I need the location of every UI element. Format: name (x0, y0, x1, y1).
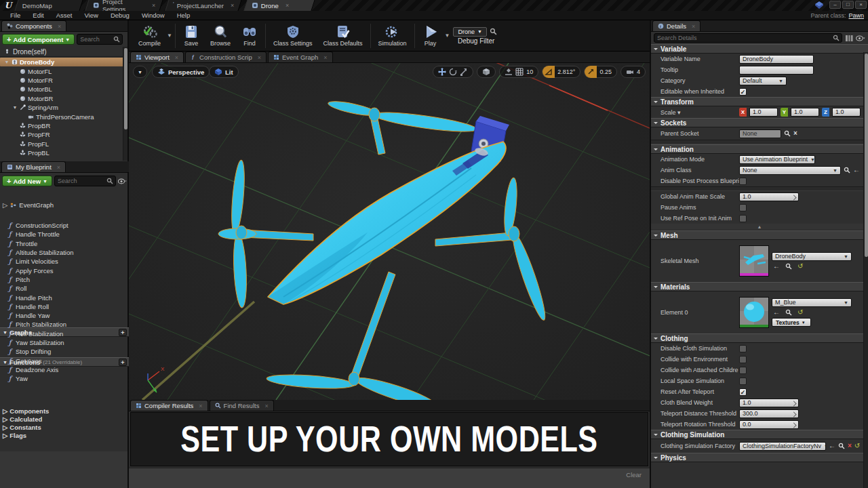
asset-dropdown[interactable]: DroneBody▼ (772, 252, 852, 261)
components-search[interactable] (77, 34, 123, 45)
window-tab-demomap[interactable]: DemoMap (14, 0, 83, 11)
component-item-propfr[interactable]: PropFR (0, 130, 127, 139)
details-search-input[interactable] (654, 35, 833, 41)
close-button[interactable]: × (855, 1, 867, 9)
close-tab-icon[interactable]: × (199, 403, 202, 409)
checkbox[interactable] (739, 178, 747, 185)
search-socket-icon[interactable] (784, 130, 791, 137)
class-settings-button[interactable]: Class Settings (268, 23, 318, 48)
display-filter-icon[interactable] (856, 35, 865, 41)
menu-item-file[interactable]: File (4, 12, 26, 19)
checkbox[interactable] (739, 356, 747, 363)
menu-item-debug[interactable]: Debug (104, 12, 136, 19)
component-item-motorfl[interactable]: MotorFL (0, 66, 127, 75)
close-tab-icon[interactable]: × (231, 2, 234, 9)
component-item-motorfr[interactable]: MotorFR (0, 76, 127, 85)
value-field[interactable]: 1.0 (791, 108, 819, 117)
rotate-tool-icon[interactable] (449, 68, 457, 76)
section-header-physics[interactable]: Physics (651, 453, 868, 462)
dropdown[interactable]: Use Animation Blueprint▼ (739, 155, 815, 164)
function-item-apply-forces[interactable]: ƒApply Forces (0, 266, 129, 274)
viewport-options-dropdown[interactable]: ▼ (133, 66, 147, 78)
function-item-handle-throttle[interactable]: ƒHandle Throttle (0, 230, 129, 239)
variable-category-constants[interactable]: ▷Constants (0, 423, 129, 431)
parent-class-link[interactable]: Pawn (848, 12, 864, 19)
window-tab-drone[interactable]: Drone× (243, 0, 315, 11)
close-tab-icon[interactable]: × (258, 54, 261, 61)
expander-icon[interactable]: ▷ (3, 415, 7, 423)
function-item-deadzone-axis[interactable]: ƒDeadzone Axis (0, 365, 129, 374)
checkbox[interactable]: ✓ (739, 388, 747, 396)
function-item-yaw[interactable]: ƒYaw (0, 374, 129, 383)
property-matrix-icon[interactable] (845, 35, 853, 42)
function-item-pitch[interactable]: ƒPitch (0, 275, 129, 284)
grid-snap-icon[interactable] (515, 68, 524, 76)
window-tab-project-settings[interactable]: Project Settings× (85, 0, 163, 11)
move-tool-icon[interactable] (438, 68, 446, 76)
expander-icon[interactable]: ▼ (4, 60, 9, 64)
tab-details[interactable]: i Details × (652, 20, 701, 31)
section-header-animation[interactable]: Animation (651, 144, 868, 154)
dropdown[interactable]: Default▼ (739, 77, 787, 85)
debug-search-icon[interactable] (490, 28, 497, 35)
scale-snap-icon[interactable] (585, 66, 597, 78)
reset-icon[interactable]: ↺ (797, 309, 803, 316)
function-item-limit-velocities[interactable]: ƒLimit Velocities (0, 257, 129, 266)
function-item-altitude-stabilization[interactable]: ƒAltitude Stabilization (0, 248, 129, 257)
scale-snap-value[interactable]: 0.25 (599, 68, 612, 75)
components-scrollbar[interactable] (123, 47, 127, 161)
expander-icon[interactable]: ▷ (3, 407, 7, 415)
reset-icon[interactable]: ↺ (797, 263, 803, 270)
debug-object-dropdown[interactable]: Drone▼ (453, 27, 486, 37)
add-new-button[interactable]: +Add New▼ (2, 176, 52, 186)
results-tab-find-results[interactable]: Find Results× (210, 400, 274, 411)
checkbox[interactable] (739, 215, 747, 222)
menu-item-asset[interactable]: Asset (50, 12, 79, 19)
menu-item-window[interactable]: Window (136, 12, 171, 19)
section-header-transform[interactable]: Transform (651, 97, 868, 106)
coordinate-system-button[interactable] (477, 66, 496, 78)
section-header-variable[interactable]: Variable (651, 44, 868, 54)
expander-icon[interactable]: ▷ (3, 201, 7, 209)
function-item-handle-roll[interactable]: ƒHandle Roll (0, 302, 129, 311)
reset-icon[interactable]: ↺ (854, 443, 860, 449)
component-root-item[interactable]: Drone(self) (0, 47, 127, 57)
close-tab-icon[interactable]: × (692, 23, 695, 30)
function-item-throttle[interactable]: ƒThrottle (0, 239, 129, 248)
checkbox[interactable] (739, 204, 747, 211)
section-header-clothing[interactable]: Clothing (651, 333, 868, 343)
function-item-roll-stabilization[interactable]: ƒRoll Stabilization (0, 329, 129, 338)
dropdown[interactable]: None▼ (739, 166, 841, 175)
simulation-button[interactable]: Simulation (373, 23, 412, 48)
close-tab-icon[interactable]: × (323, 54, 327, 61)
save-button[interactable]: Save (178, 23, 205, 48)
viewport[interactable]: X ▼ Perspective Lit (129, 63, 650, 400)
expander-icon[interactable]: ▷ (3, 424, 7, 431)
clear-button[interactable]: Clear (626, 471, 642, 479)
my-blueprint-search[interactable] (54, 176, 116, 186)
editor-tab-construction-scrip[interactable]: fConstruction Scrip× (185, 52, 267, 62)
play-button[interactable]: Play (417, 23, 444, 48)
text-input-field[interactable] (743, 66, 810, 73)
advanced-expander[interactable]: ▲ (651, 224, 868, 230)
minimize-button[interactable]: – (829, 1, 841, 9)
browse-search-icon[interactable] (844, 167, 850, 174)
grid-snap-value[interactable]: 10 (526, 68, 533, 75)
section-header-mesh[interactable]: Mesh (651, 230, 868, 240)
text-input[interactable] (739, 66, 814, 75)
close-tab-icon[interactable]: × (57, 164, 60, 171)
text-input-field[interactable] (743, 56, 810, 62)
component-item-motorbr[interactable]: MotorBR (0, 94, 127, 103)
value-field[interactable]: 1.0 (739, 399, 799, 407)
checkbox[interactable]: ✓ (739, 88, 747, 96)
details-search[interactable] (654, 33, 842, 43)
function-item-yaw-stabilization[interactable]: ƒYaw Stabilization (0, 338, 129, 347)
close-tab-icon[interactable]: × (285, 2, 289, 9)
expander-icon[interactable]: ▷ (3, 432, 7, 439)
rotation-snap-value[interactable]: 2.812° (557, 68, 575, 75)
component-item-thirdpersoncamera[interactable]: ThirdPersonCamera (0, 112, 127, 121)
checkbox[interactable] (739, 345, 747, 352)
asset-thumbnail[interactable] (739, 245, 769, 277)
function-item-pitch-stabilization[interactable]: ƒPitch Stabilization (0, 320, 129, 329)
tab-components[interactable]: Components × (1, 20, 66, 31)
